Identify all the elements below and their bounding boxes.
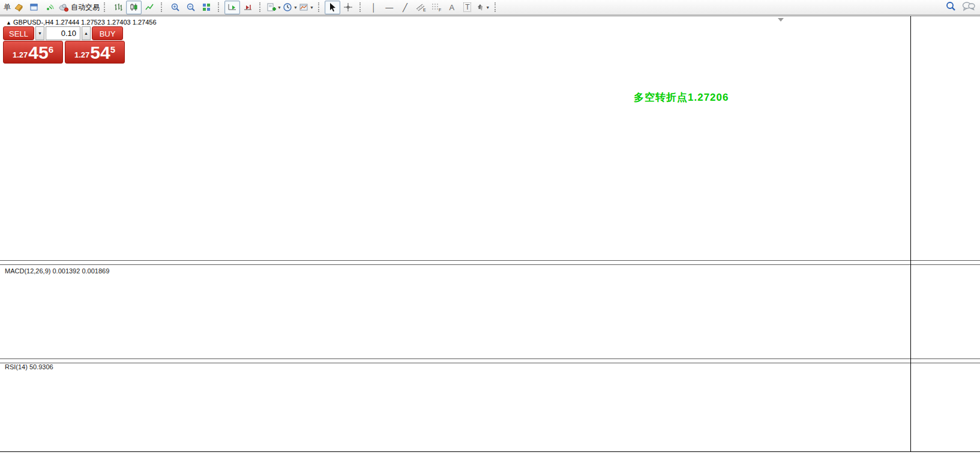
autotrading-label: 自动交易	[71, 2, 100, 13]
template-icon	[299, 2, 308, 12]
auto-scroll-icon	[227, 2, 237, 12]
trend-arrow-icon: ▲	[6, 20, 11, 26]
volume-increase-button[interactable]: ▲	[82, 26, 91, 40]
bar-chart-button[interactable]	[110, 1, 126, 14]
templates-button[interactable]: ▼	[298, 1, 314, 14]
text-tool-button[interactable]: A	[444, 1, 460, 14]
new-window-button[interactable]	[26, 1, 42, 14]
trendline-icon: ╱	[403, 3, 407, 12]
auto-scroll-button[interactable]	[224, 1, 240, 14]
chart-title-row: ▲ GBPUSD-,H4 1.27444 1.27523 1.27403 1.2…	[6, 19, 157, 26]
vertical-line-icon: │	[371, 3, 376, 12]
chat-icon[interactable]	[962, 1, 975, 11]
sell-price-pipette: 6	[49, 44, 53, 55]
horizontal-line-icon: —	[385, 3, 393, 12]
main-toolbar: 单 自动交易 ▼ ▼	[0, 0, 980, 15]
toolbar-grip[interactable]	[495, 2, 499, 12]
fibonacci-icon: F	[431, 2, 442, 12]
search-icon[interactable]	[946, 1, 956, 11]
zoom-in-button[interactable]	[167, 1, 183, 14]
autotrading-button[interactable]: 自动交易	[58, 1, 100, 14]
arrows-tool-button[interactable]: ▼	[475, 1, 491, 14]
zoom-out-button[interactable]	[183, 1, 199, 14]
line-chart-button[interactable]	[142, 1, 157, 14]
buy-quote-display[interactable]: 1.27 54 5	[65, 41, 125, 64]
indicators-button[interactable]: ▼	[266, 1, 282, 14]
tile-windows-icon	[202, 2, 211, 12]
trendline-tool-button[interactable]: ╱	[397, 1, 413, 14]
svg-text:F: F	[439, 8, 441, 12]
chart-shift-button[interactable]	[240, 1, 256, 14]
cursor-tool-button[interactable]	[325, 1, 340, 14]
macd-label: MACD(12,26,9) 0.001392 0.001869	[5, 267, 109, 275]
crosshair-tool-button[interactable]	[340, 1, 356, 14]
spin-down-icon: ▼	[38, 31, 42, 35]
arrows-icon	[476, 2, 484, 12]
zoom-in-icon	[170, 2, 180, 12]
toolbar-grip[interactable]	[359, 2, 364, 12]
text-label-icon: T	[463, 2, 471, 12]
window-icon	[29, 2, 39, 12]
buy-price-pipette: 5	[110, 44, 115, 55]
crosshair-icon	[343, 2, 353, 12]
toolbar-grip[interactable]	[104, 2, 108, 12]
ohlc-bars-icon	[113, 2, 123, 12]
sell-price-prefix: 1.27	[13, 50, 28, 59]
chevron-down-icon[interactable]: ▼	[310, 5, 314, 10]
signal-icon	[45, 2, 55, 12]
chart-shift-marker[interactable]	[778, 18, 784, 22]
signals-button[interactable]	[42, 1, 58, 14]
buy-button[interactable]: BUY	[92, 26, 123, 40]
text-label-tool-button[interactable]: T	[460, 1, 475, 14]
volume-input[interactable]: 0.10	[46, 26, 80, 40]
chevron-down-icon[interactable]: ▼	[277, 5, 281, 10]
toolbar-grip[interactable]	[218, 2, 222, 12]
price-axis-border	[910, 16, 911, 451]
sell-button[interactable]: SELL	[3, 26, 34, 40]
clock-icon	[283, 2, 292, 12]
volume-decrease-button[interactable]: ▼	[35, 26, 44, 40]
buy-price-big: 54	[90, 44, 110, 62]
add-indicator-icon	[266, 2, 276, 12]
cursor-icon	[328, 2, 337, 12]
equidistant-channel-icon: E	[415, 2, 426, 12]
rsi-label: RSI(14) 50.9306	[5, 363, 53, 370]
candlestick-chart-button[interactable]	[126, 1, 142, 14]
eraser-icon	[14, 2, 23, 12]
periods-button[interactable]: ▼	[282, 1, 298, 14]
text-a-icon: A	[449, 3, 454, 12]
rsi-pane-separator[interactable]	[0, 358, 980, 363]
history-center-icon[interactable]	[11, 1, 26, 14]
new-order-button[interactable]: 单	[4, 2, 11, 13]
time-axis-border	[0, 451, 980, 452]
toolbar-grip[interactable]	[259, 2, 263, 12]
sell-price-big: 45	[28, 44, 48, 62]
chevron-down-icon[interactable]: ▼	[293, 5, 298, 10]
line-chart-icon	[145, 2, 154, 12]
toolbar-grip[interactable]	[161, 2, 165, 12]
chevron-down-icon[interactable]: ▼	[485, 5, 490, 10]
sell-quote-display[interactable]: 1.27 45 6	[3, 41, 63, 64]
toolbar-right-icons	[946, 1, 975, 11]
horizontal-line-tool-button[interactable]: —	[382, 1, 397, 14]
chart-shift-icon	[243, 2, 253, 12]
macd-pane-separator[interactable]	[0, 260, 980, 265]
svg-text:E: E	[423, 8, 426, 12]
tile-windows-button[interactable]	[199, 1, 214, 14]
channel-tool-button[interactable]: E	[413, 1, 428, 14]
fibonacci-tool-button[interactable]: F	[428, 1, 444, 14]
buy-price-prefix: 1.27	[74, 50, 89, 59]
one-click-trading-panel: SELL ▼ 0.10 ▲ BUY 1.27 45 6 1.27 54 5	[3, 26, 127, 64]
chart-canvas[interactable]	[0, 0, 980, 464]
mt4-terminal: { "toolbar": { "order_button": "单", "aut…	[0, 0, 980, 464]
zoom-out-icon	[186, 2, 196, 12]
spin-up-icon: ▲	[84, 31, 88, 35]
vertical-line-tool-button[interactable]: │	[366, 1, 382, 14]
toolbar-grip[interactable]	[318, 2, 322, 12]
candlestick-icon	[129, 2, 139, 12]
autotrading-cloud-icon	[58, 2, 69, 12]
chart-title: GBPUSD-,H4 1.27444 1.27523 1.27403 1.274…	[13, 19, 157, 26]
pivot-annotation-text[interactable]: 多空转折点1.27206	[634, 91, 729, 104]
